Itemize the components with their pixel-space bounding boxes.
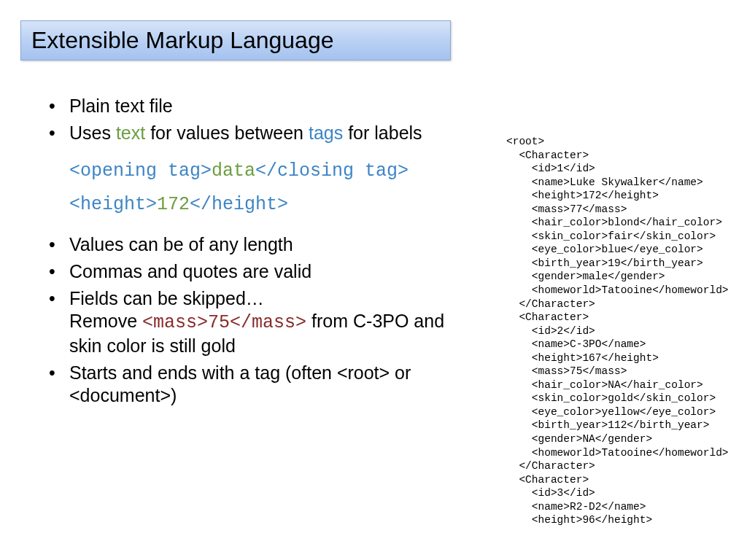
bullet-1: Plain text file <box>40 95 478 117</box>
word-text: text <box>116 122 145 143</box>
bullet-list: Plain text file Uses text for values bet… <box>40 95 478 145</box>
mass-open: <mass> <box>142 312 208 333</box>
tag-example: <opening tag>data</closing tag> <height>… <box>40 160 478 217</box>
bullet-4: Commas and quotes are valid <box>40 260 478 283</box>
bullet-list-2: Values can be of any length Commas and q… <box>40 233 478 408</box>
height-close: </height> <box>190 194 288 215</box>
close-tag: </closing tag> <box>255 160 409 182</box>
height-val: 172 <box>157 194 190 215</box>
mass-val: 75 <box>208 312 230 333</box>
mass-close: </mass> <box>230 312 306 333</box>
data-word: data <box>212 160 255 182</box>
bullet-5: Fields can be skipped… Remove <mass>75</… <box>40 287 478 357</box>
title-text: Extensible Markup Language <box>31 27 334 53</box>
height-open: <height> <box>69 194 157 215</box>
open-tag: <opening tag> <box>69 160 212 182</box>
slide-content: Plain text file Uses text for values bet… <box>40 95 478 411</box>
xml-code-sample: <root> <Character> <id>1</id> <name>Luke… <box>506 135 732 527</box>
bullet-2: Uses text for values between tags for la… <box>40 122 478 144</box>
slide-title: Extensible Markup Language <box>20 20 451 61</box>
bullet-6: Starts and ends with a tag (often <root>… <box>40 362 478 408</box>
word-tags: tags <box>309 122 343 143</box>
bullet-3: Values can be of any length <box>40 233 478 256</box>
